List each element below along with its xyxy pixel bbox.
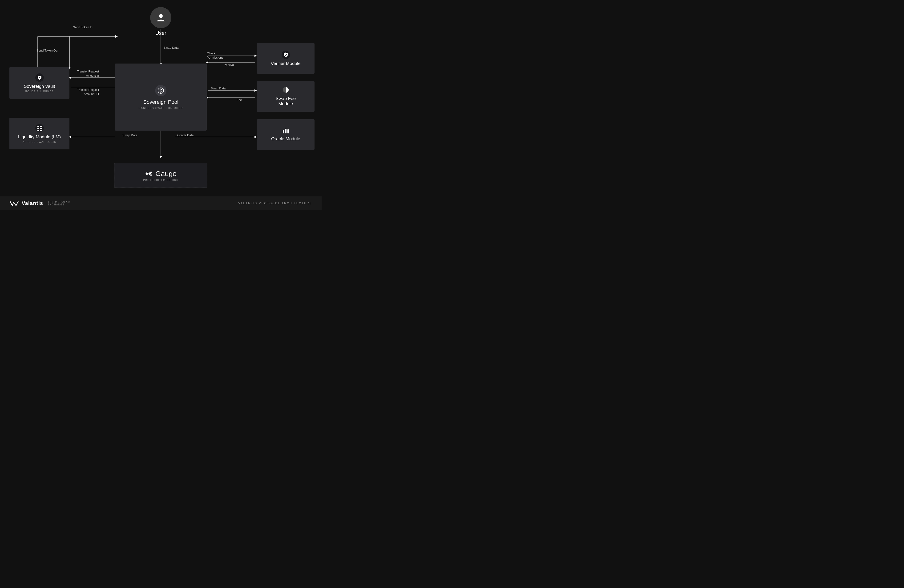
calculator-icon xyxy=(37,126,42,131)
verifier-module-box: Verifier Module xyxy=(257,43,315,74)
vault-icon xyxy=(35,73,44,82)
bar-chart-icon xyxy=(282,128,289,133)
check-permissions-label: CheckPermissions xyxy=(207,51,223,60)
lm-subtitle: APPLIES SWAP LOGIC xyxy=(23,141,56,143)
user-icon xyxy=(156,13,166,23)
oracle-title: Oracle Module xyxy=(271,136,300,142)
gauge-icon xyxy=(145,170,153,177)
gauge-box: Gauge PROTOCOL EMISSIONS xyxy=(114,163,207,188)
brand-name: Valantis xyxy=(22,200,43,207)
footer-logo: Valantis THE MODULAREXCHANGE xyxy=(9,200,70,207)
pool-subtitle: HANDLES SWAP FOR USER xyxy=(139,107,183,109)
svg-point-39 xyxy=(146,172,148,175)
gauge-subtitle: PROTOCOL EMISSIONS xyxy=(143,179,179,181)
user-node: User xyxy=(150,7,171,36)
lm-title: Liquidity Module (LM) xyxy=(18,134,61,140)
svg-point-25 xyxy=(159,14,163,18)
svg-rect-29 xyxy=(38,126,40,127)
svg-marker-16 xyxy=(254,90,257,92)
vault-title: Sovereign Vault xyxy=(24,84,55,89)
swap-data-pool-label: Swap Data xyxy=(211,87,226,90)
svg-rect-36 xyxy=(283,130,284,133)
footer: Valantis THE MODULAREXCHANGE VALANTIS PR… xyxy=(0,196,322,210)
svg-rect-38 xyxy=(288,129,289,133)
user-avatar xyxy=(150,7,171,28)
checkmark-shield-icon xyxy=(283,52,288,57)
swap-data-user-label: Swap Data xyxy=(164,46,179,49)
architecture-label: VALANTIS PROTOCOL ARCHITECTURE xyxy=(238,202,312,205)
footer-tagline: THE MODULAREXCHANGE xyxy=(48,201,70,206)
svg-marker-2 xyxy=(115,35,118,38)
swapfee-module-box: Swap FeeModule xyxy=(257,81,315,112)
svg-rect-37 xyxy=(285,129,286,133)
transfer-out-label: Transfer RequestAmount Out xyxy=(77,88,99,96)
transfer-in-label: Transfer RequestAmount In xyxy=(77,69,99,78)
svg-point-41 xyxy=(150,172,152,173)
pool-title: Sovereign Pool xyxy=(143,99,178,105)
oracle-icon xyxy=(282,128,289,134)
fee-label: Fee xyxy=(237,98,242,102)
svg-rect-31 xyxy=(38,128,40,129)
swap-data-lm-label: Swap Data xyxy=(122,133,137,137)
shield-icon xyxy=(37,75,42,80)
oracle-module-box: Oracle Module xyxy=(257,119,315,150)
send-token-in-label: Send Token In xyxy=(73,25,93,29)
gauge-dots-icon xyxy=(145,170,153,177)
send-token-out-label: Send Token Out xyxy=(36,49,58,52)
svg-rect-34 xyxy=(40,130,42,131)
svg-point-40 xyxy=(149,172,151,175)
verifier-icon xyxy=(281,50,290,59)
swapfee-title: Swap FeeModule xyxy=(276,96,296,106)
svg-marker-24 xyxy=(160,156,162,158)
verifier-title: Verifier Module xyxy=(271,61,300,66)
svg-rect-33 xyxy=(38,130,40,131)
pool-icon xyxy=(155,85,166,96)
liquidity-module-box: Liquidity Module (LM) APPLIES SWAP LOGIC xyxy=(9,118,70,150)
svg-marker-14 xyxy=(206,61,209,63)
halfcircle-icon xyxy=(283,87,289,93)
svg-point-42 xyxy=(150,174,152,176)
user-label: User xyxy=(155,30,166,36)
svg-point-28 xyxy=(39,77,40,78)
pool-swap-icon xyxy=(158,87,164,94)
sovereign-vault-box: Sovereign Vault HOLDS ALL FUNDS xyxy=(9,67,70,99)
yes-no-label: Yes/No xyxy=(224,63,234,66)
gauge-title: Gauge xyxy=(155,170,177,178)
vault-subtitle: HOLDS ALL FUNDS xyxy=(25,90,54,93)
svg-marker-22 xyxy=(254,136,257,138)
svg-marker-12 xyxy=(254,55,257,57)
main-container: Send Token In Send Token Out Swap Data C… xyxy=(0,0,322,210)
sovereign-pool-box: Sovereign Pool HANDLES SWAP FOR USER xyxy=(115,63,207,131)
svg-rect-30 xyxy=(40,126,42,127)
lm-icon xyxy=(35,124,44,132)
valantis-logo-icon xyxy=(9,200,19,207)
oracle-data-label: Oracle Data xyxy=(177,133,193,137)
svg-rect-32 xyxy=(40,128,42,129)
swapfee-icon xyxy=(283,87,289,94)
